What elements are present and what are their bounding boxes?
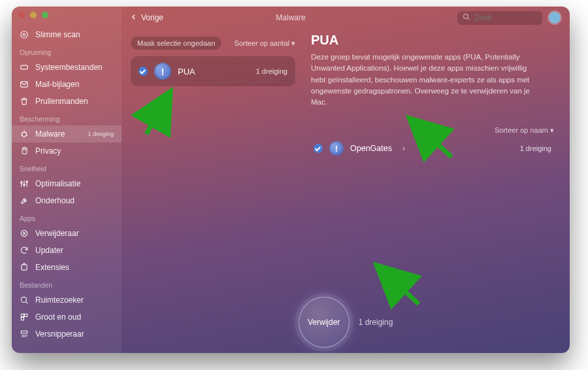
sidebar-item-label: Verwijderaar	[35, 229, 79, 238]
threat-group-count: 1 dreiging	[256, 67, 287, 75]
minimize-window-button[interactable]	[30, 12, 37, 18]
checkbox-checked-icon[interactable]	[139, 67, 148, 76]
sidebar-item-privacy[interactable]: Privacy	[12, 143, 122, 160]
content-area: Maak selectie ongedaan Sorteer op aantal…	[122, 29, 570, 353]
sidebar-heading: Bestanden	[12, 276, 122, 292]
sidebar-item-system-files[interactable]: Systeembestanden	[12, 59, 122, 76]
deselect-all-button[interactable]: Maak selectie ongedaan	[131, 37, 221, 50]
svg-point-16	[464, 14, 468, 18]
remove-button-label: Verwijder	[308, 318, 340, 327]
sidebar-item-large-old[interactable]: Groot en oud	[12, 309, 122, 326]
svg-point-6	[24, 184, 25, 186]
uninstaller-icon	[20, 229, 29, 238]
lens-icon	[20, 295, 29, 305]
svg-rect-15	[21, 331, 27, 333]
svg-point-5	[21, 182, 22, 183]
sidebar-item-badge: 1 dreiging	[88, 131, 114, 137]
sidebar-heading: Bescherming	[12, 110, 122, 126]
threat-item-row[interactable]: ! OpenGates › 1 dreiging	[311, 135, 554, 162]
boxes-icon	[20, 312, 29, 322]
bug-icon	[20, 129, 29, 139]
threat-group-row[interactable]: ! PUA 1 dreiging	[131, 56, 295, 86]
wrench-icon	[20, 196, 29, 205]
detail-title: PUA	[311, 33, 554, 48]
svg-point-7	[26, 181, 27, 182]
threat-list-panel: Maak selectie ongedaan Sorteer op aantal…	[122, 29, 304, 353]
sidebar-item-trash-bins[interactable]: Prullenmanden	[12, 93, 122, 110]
search-input[interactable]	[474, 13, 537, 22]
main-panel: Vorige Malware Maak selectie ongedaan So…	[122, 7, 570, 353]
warning-icon: !	[329, 141, 344, 156]
search-field[interactable]	[457, 11, 542, 25]
window-controls	[18, 12, 48, 18]
chevron-right-icon: ›	[402, 144, 405, 153]
sidebar-item-updater[interactable]: Updater	[12, 242, 122, 259]
detail-description: Deze groep bevat mogelijk ongewenste app…	[311, 52, 533, 108]
svg-rect-9	[22, 265, 27, 270]
threat-group-name: PUA	[178, 67, 195, 76]
sidebar-item-label: Updater	[35, 246, 63, 255]
sidebar-item-label: Optimalisatie	[35, 179, 80, 188]
sidebar-item-label: Privacy	[35, 146, 61, 156]
svg-point-0	[21, 31, 28, 39]
svg-rect-13	[25, 314, 27, 316]
threat-item-name: OpenGates	[350, 144, 392, 153]
sidebar-item-label: Mail-bijlagen	[35, 80, 79, 89]
drive-icon	[20, 63, 29, 72]
scan-icon	[20, 30, 29, 39]
sidebar-item-smart-scan[interactable]: Slimme scan	[12, 26, 122, 43]
breadcrumb: Malware	[131, 13, 451, 22]
sidebar-item-label: Onderhoud	[35, 196, 74, 205]
sidebar-item-label: Ruimtezoeker	[35, 295, 84, 305]
search-icon	[463, 13, 470, 23]
remove-button[interactable]: Verwijder	[299, 297, 350, 348]
sidebar-item-shredder[interactable]: Versnipperaar	[12, 326, 122, 343]
sidebar-item-label: Extensies	[35, 263, 69, 272]
sidebar-item-label: Malware	[35, 129, 65, 139]
app-window: Slimme scan Opruiming Systeembestanden M…	[12, 7, 570, 353]
threat-item-count: 1 dreiging	[520, 144, 551, 152]
sort-by-count-button[interactable]: Sorteer op aantal ▾	[235, 39, 295, 48]
sort-by-name-button[interactable]: Sorteer op naam ▾	[311, 126, 554, 135]
sidebar-item-uninstaller[interactable]: Verwijderaar	[12, 225, 122, 242]
account-avatar[interactable]	[549, 12, 561, 24]
sidebar-item-optimization[interactable]: Optimalisatie	[12, 175, 122, 192]
detail-panel: PUA Deze groep bevat mogelijk ongewenste…	[304, 29, 570, 353]
svg-rect-2	[21, 65, 28, 69]
sidebar-item-extensions[interactable]: Extensies	[12, 259, 122, 276]
refresh-icon	[20, 246, 29, 255]
sidebar-heading: Snelheid	[12, 160, 122, 175]
sidebar: Slimme scan Opruiming Systeembestanden M…	[12, 7, 122, 353]
svg-point-10	[24, 263, 25, 265]
zoom-window-button[interactable]	[42, 12, 48, 18]
sidebar-item-malware[interactable]: Malware 1 dreiging	[12, 126, 122, 143]
sidebar-item-label: Versnipperaar	[35, 329, 84, 339]
svg-rect-12	[21, 314, 24, 316]
checkbox-checked-icon[interactable]	[314, 144, 323, 153]
sidebar-item-label: Slimme scan	[35, 30, 80, 39]
svg-rect-14	[21, 318, 24, 320]
sidebar-heading: Opruiming	[12, 43, 122, 59]
sidebar-item-label: Systeembestanden	[35, 63, 103, 72]
hand-icon	[20, 146, 29, 156]
mail-icon	[20, 80, 29, 89]
sidebar-item-space-lens[interactable]: Ruimtezoeker	[12, 292, 122, 309]
topbar: Vorige Malware	[122, 7, 570, 29]
warning-icon: !	[154, 63, 171, 80]
shredder-icon	[20, 329, 29, 339]
sidebar-item-mail-attachments[interactable]: Mail-bijlagen	[12, 76, 122, 93]
trash-icon	[20, 97, 29, 106]
close-window-button[interactable]	[18, 12, 25, 18]
sidebar-item-label: Groot en oud	[35, 312, 81, 322]
sidebar-heading: Apps	[12, 209, 122, 225]
svg-point-1	[23, 33, 25, 36]
puzzle-icon	[20, 263, 29, 272]
sidebar-item-label: Prullenmanden	[35, 97, 88, 106]
sliders-icon	[20, 179, 29, 188]
sidebar-item-maintenance[interactable]: Onderhoud	[12, 192, 122, 209]
svg-point-11	[21, 297, 26, 302]
